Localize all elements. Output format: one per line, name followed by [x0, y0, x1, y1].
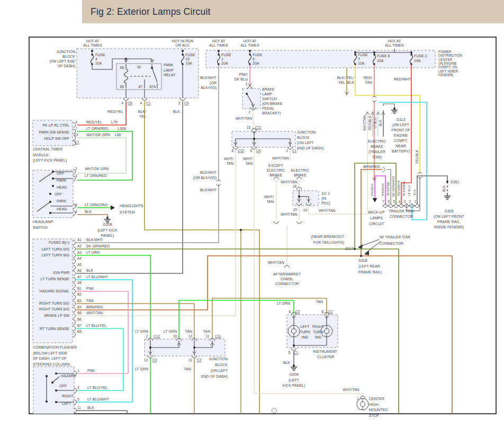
diagram-label: LT GRN	[86, 251, 100, 254]
diagram-label: PNK	[86, 287, 94, 290]
diagram-label: 2	[248, 110, 250, 114]
diagram-label: C1	[294, 351, 299, 354]
junction-dot	[218, 50, 220, 52]
fuse-terminal	[182, 63, 184, 65]
diagram-label: C1	[75, 140, 79, 144]
diagram-label: BLK	[86, 269, 94, 272]
diagram-label: WHT/TAN	[363, 115, 366, 130]
diagram-label: BLK/YEL	[337, 76, 345, 84]
diagram-label: BLK	[379, 119, 382, 126]
diagram-label: A5	[77, 263, 82, 266]
brace-arc	[274, 221, 279, 224]
instrument-cluster	[287, 315, 338, 348]
diagram-label: 3	[75, 174, 77, 177]
diagram-label: CLUSTER	[317, 355, 335, 359]
diagram-label: TRAILER TOWCONNECTOR	[389, 209, 414, 218]
diagram-label: OFF	[57, 172, 64, 175]
diagram-label: S317	[345, 247, 354, 251]
diagram-label: C11	[255, 126, 262, 129]
diagram-label: WHT/TAN	[243, 157, 253, 165]
diagram-label: WHT/TAN	[236, 117, 252, 120]
junction-dot	[354, 248, 356, 250]
diagram-label: C12	[238, 149, 244, 153]
diagram-label: C4	[256, 149, 261, 153]
diagram-label: INSTRUMENT	[313, 350, 338, 353]
diagram-label: 4	[398, 200, 400, 203]
brace-arc	[296, 177, 302, 179]
diagram-label: BLK/PNK	[386, 181, 390, 195]
diagram-label: RED/YEL	[86, 120, 102, 124]
pin-connector	[74, 388, 77, 393]
diagram-label: W/ TRAILER TOWCONNECTOR	[380, 235, 410, 245]
diagram-label: L80	[115, 133, 121, 137]
diagram-label: BLK	[85, 210, 92, 213]
diagram-label: C3	[152, 358, 157, 362]
diagram-label: PARK	[57, 179, 67, 182]
diagram-label: 2	[75, 167, 77, 171]
diagram-label: 8	[321, 310, 323, 314]
diagram-label: 85	[120, 85, 124, 88]
diagram-label: C11	[215, 334, 221, 338]
diagram-label: 2	[409, 200, 411, 203]
diagram-label: LT BLU/YEL	[87, 386, 107, 389]
diagram-label: 6	[289, 310, 291, 314]
diagram-label: 4	[75, 210, 77, 213]
fuse-terminal	[218, 63, 220, 65]
diagram-label: HOT ATALL TIMES	[209, 39, 228, 47]
direction-arrow	[373, 198, 377, 202]
diagram-label: LT BLU/YEL	[86, 324, 106, 327]
diagram-label: LT GRN	[164, 330, 177, 333]
junction-dot	[246, 93, 248, 95]
wire-whttan	[254, 150, 363, 396]
pin-connector	[73, 283, 76, 288]
diagram-label: G305(ON LEFT FRONTFRAME RAIL,INSIDE FEND…	[434, 209, 465, 229]
brace-arc	[296, 221, 302, 224]
diagram-label: BLK/YEL	[138, 110, 146, 118]
diagram-label: LEFT TURN SIG	[42, 247, 69, 251]
diagram-label: C8	[128, 101, 132, 105]
diagram-label: 87	[139, 85, 143, 88]
power-distribution-center	[206, 50, 435, 68]
junction-dot	[410, 51, 412, 54]
diagram-label: B7	[77, 324, 82, 327]
annotation-arrowhead	[364, 251, 369, 255]
diagram-label: 20	[293, 208, 298, 211]
diagram-label: C12	[154, 334, 160, 338]
diagram-label: C2	[295, 310, 300, 314]
diagram-label: RT TURN SENSE	[40, 327, 69, 331]
diagram-label: PK LP RL CTRL	[42, 123, 69, 127]
junction-dot	[55, 401, 57, 403]
diagram-label: BRN/RED	[86, 305, 103, 309]
diagram-label: 23	[74, 133, 78, 137]
junction-dot	[91, 50, 93, 52]
fuse-terminal	[91, 63, 93, 65]
brake-lamp-switch	[242, 88, 260, 109]
diagram-label: WHT/DK GRN	[85, 167, 109, 171]
diagram-label: BLK	[87, 406, 95, 410]
diagram-label: B1	[77, 287, 82, 290]
pin-connector	[73, 241, 76, 245]
pin-connector	[73, 271, 76, 276]
diagram-label: LEFT TURN SIG	[42, 253, 69, 257]
diagram-label: C1	[292, 149, 297, 153]
diagram-label: A6	[77, 269, 82, 272]
pin-connector	[73, 320, 76, 325]
diagram-label: S351	[451, 180, 459, 184]
brace-arc	[274, 177, 279, 179]
diagram-label: HEADLIGHTSSYSTEM	[120, 204, 143, 214]
wire-blkyel	[145, 101, 259, 230]
diagram-label: WHT/TAN	[268, 261, 284, 264]
arrow-chevron	[394, 203, 398, 206]
junction-dot	[149, 346, 151, 349]
diagram-label: HAZARD SIGNAL	[40, 289, 70, 293]
pin-connector	[181, 98, 185, 101]
diagram-label: YEL/BLK	[346, 76, 355, 84]
inline-connector	[418, 173, 422, 179]
pin-connector	[73, 314, 76, 318]
diagram-label: 3	[77, 386, 79, 389]
diagram-label: HEADLAMPSWITCH	[33, 220, 53, 229]
diagram-label: 11	[188, 358, 192, 362]
diagram-label: 1	[414, 200, 416, 203]
diagram-label: LT TURN SENSE	[41, 277, 70, 281]
diagram-label: ELECTRICBRAKE	[291, 168, 310, 177]
